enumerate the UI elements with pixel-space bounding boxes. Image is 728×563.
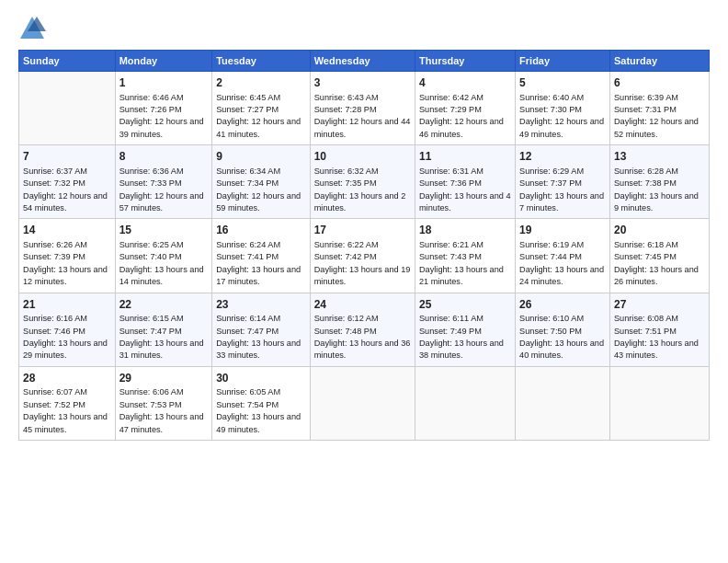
day-number: 18 (419, 223, 511, 238)
sunset-text: Sunset: 7:35 PM (314, 178, 377, 188)
sunrise-text: Sunrise: 6:16 AM (23, 314, 87, 323)
sunset-text: Sunset: 7:27 PM (216, 105, 279, 114)
day-header-tuesday: Tuesday (212, 51, 311, 72)
day-info: Sunrise: 6:14 AMSunset: 7:47 PMDaylight:… (216, 313, 306, 362)
sunset-text: Sunset: 7:28 PM (314, 105, 377, 114)
day-number: 23 (216, 297, 306, 313)
day-info: Sunrise: 6:22 AMSunset: 7:42 PMDaylight:… (314, 239, 411, 288)
sunrise-text: Sunrise: 6:28 AM (614, 167, 678, 176)
calendar-cell (516, 366, 610, 440)
sunrise-text: Sunrise: 6:06 AM (119, 387, 184, 396)
daylight-text: Daylight: 13 hours and 36 minutes. (314, 339, 411, 360)
sunrise-text: Sunrise: 6:21 AM (419, 240, 483, 249)
day-info: Sunrise: 6:16 AMSunset: 7:46 PMDaylight:… (23, 313, 111, 362)
calendar-cell (609, 366, 709, 440)
sunset-text: Sunset: 7:38 PM (614, 178, 677, 188)
logo-icon (18, 15, 46, 40)
day-info: Sunrise: 6:42 AMSunset: 7:29 PMDaylight:… (419, 92, 511, 141)
daylight-text: Daylight: 12 hours and 39 minutes. (119, 117, 204, 138)
header (18, 15, 710, 40)
day-info: Sunrise: 6:46 AMSunset: 7:26 PMDaylight:… (119, 92, 209, 141)
calendar-cell: 24Sunrise: 6:12 AMSunset: 7:48 PMDayligh… (310, 293, 415, 366)
day-info: Sunrise: 6:18 AMSunset: 7:45 PMDaylight:… (614, 239, 705, 288)
day-number: 16 (216, 223, 306, 238)
day-number: 5 (519, 75, 606, 91)
calendar-cell: 15Sunrise: 6:25 AMSunset: 7:40 PMDayligh… (115, 219, 212, 293)
sunrise-text: Sunrise: 6:45 AM (216, 93, 280, 102)
day-number: 14 (23, 223, 111, 238)
sunset-text: Sunset: 7:53 PM (119, 400, 182, 409)
sunset-text: Sunset: 7:50 PM (519, 327, 582, 336)
day-number: 10 (314, 149, 411, 165)
daylight-text: Daylight: 12 hours and 52 minutes. (614, 117, 699, 138)
daylight-text: Daylight: 13 hours and 9 minutes. (614, 191, 699, 213)
calendar-cell: 6Sunrise: 6:39 AMSunset: 7:31 PMDaylight… (609, 72, 709, 145)
sunset-text: Sunset: 7:41 PM (216, 252, 279, 261)
sunrise-text: Sunrise: 6:14 AM (216, 314, 280, 323)
calendar-cell: 29Sunrise: 6:06 AMSunset: 7:53 PMDayligh… (115, 366, 212, 440)
daylight-text: Daylight: 13 hours and 14 minutes. (119, 265, 204, 286)
header-row: SundayMondayTuesdayWednesdayThursdayFrid… (19, 51, 710, 72)
sunset-text: Sunset: 7:46 PM (23, 327, 85, 336)
day-info: Sunrise: 6:43 AMSunset: 7:28 PMDaylight:… (314, 92, 411, 141)
day-number: 6 (614, 75, 705, 91)
daylight-text: Daylight: 13 hours and 24 minutes. (519, 265, 604, 286)
day-info: Sunrise: 6:45 AMSunset: 7:27 PMDaylight:… (216, 92, 306, 141)
day-number: 26 (519, 297, 606, 313)
day-info: Sunrise: 6:29 AMSunset: 7:37 PMDaylight:… (519, 166, 606, 214)
daylight-text: Daylight: 13 hours and 17 minutes. (216, 265, 301, 286)
calendar-cell: 11Sunrise: 6:31 AMSunset: 7:36 PMDayligh… (415, 145, 515, 219)
day-number: 4 (419, 75, 511, 91)
day-info: Sunrise: 6:12 AMSunset: 7:48 PMDaylight:… (314, 313, 411, 362)
day-info: Sunrise: 6:05 AMSunset: 7:54 PMDaylight:… (216, 386, 306, 435)
daylight-text: Daylight: 12 hours and 59 minutes. (216, 191, 301, 213)
sunrise-text: Sunrise: 6:19 AM (519, 240, 584, 249)
day-info: Sunrise: 6:39 AMSunset: 7:31 PMDaylight:… (614, 92, 705, 141)
sunrise-text: Sunrise: 6:29 AM (519, 167, 584, 176)
calendar-cell: 13Sunrise: 6:28 AMSunset: 7:38 PMDayligh… (609, 145, 709, 219)
sunset-text: Sunset: 7:45 PM (614, 252, 677, 261)
daylight-text: Daylight: 12 hours and 44 minutes. (314, 117, 411, 138)
calendar-cell (415, 366, 515, 440)
sunset-text: Sunset: 7:32 PM (23, 178, 85, 188)
day-number: 30 (216, 371, 306, 386)
sunset-text: Sunset: 7:44 PM (519, 252, 582, 261)
sunset-text: Sunset: 7:47 PM (119, 327, 182, 336)
day-number: 11 (419, 149, 511, 165)
day-number: 29 (119, 371, 209, 386)
sunset-text: Sunset: 7:52 PM (23, 400, 85, 409)
sunrise-text: Sunrise: 6:34 AM (216, 167, 280, 176)
day-number: 12 (519, 149, 606, 165)
daylight-text: Daylight: 13 hours and 26 minutes. (614, 265, 699, 286)
sunrise-text: Sunrise: 6:36 AM (119, 167, 184, 176)
daylight-text: Daylight: 13 hours and 31 minutes. (119, 339, 204, 360)
day-number: 2 (216, 75, 306, 91)
sunrise-text: Sunrise: 6:26 AM (23, 240, 87, 249)
calendar-cell: 23Sunrise: 6:14 AMSunset: 7:47 PMDayligh… (212, 293, 311, 366)
daylight-text: Daylight: 12 hours and 41 minutes. (216, 117, 301, 138)
sunrise-text: Sunrise: 6:40 AM (519, 93, 584, 102)
week-row-2: 14Sunrise: 6:26 AMSunset: 7:39 PMDayligh… (19, 219, 710, 293)
daylight-text: Daylight: 13 hours and 49 minutes. (216, 412, 301, 433)
calendar-cell: 20Sunrise: 6:18 AMSunset: 7:45 PMDayligh… (609, 219, 709, 293)
day-info: Sunrise: 6:36 AMSunset: 7:33 PMDaylight:… (119, 166, 209, 214)
sunset-text: Sunset: 7:40 PM (119, 252, 182, 261)
week-row-1: 7Sunrise: 6:37 AMSunset: 7:32 PMDaylight… (19, 145, 710, 219)
logo (18, 15, 48, 40)
day-info: Sunrise: 6:11 AMSunset: 7:49 PMDaylight:… (419, 313, 511, 362)
sunrise-text: Sunrise: 6:15 AM (119, 314, 184, 323)
day-number: 28 (23, 371, 111, 386)
calendar-cell: 14Sunrise: 6:26 AMSunset: 7:39 PMDayligh… (19, 219, 116, 293)
page: SundayMondayTuesdayWednesdayThursdayFrid… (0, 0, 728, 563)
calendar-cell: 21Sunrise: 6:16 AMSunset: 7:46 PMDayligh… (19, 293, 116, 366)
sunrise-text: Sunrise: 6:11 AM (419, 314, 483, 323)
calendar-cell: 1Sunrise: 6:46 AMSunset: 7:26 PMDaylight… (115, 72, 212, 145)
day-info: Sunrise: 6:06 AMSunset: 7:53 PMDaylight:… (119, 386, 209, 435)
day-header-friday: Friday (516, 51, 610, 72)
sunset-text: Sunset: 7:51 PM (614, 327, 677, 336)
day-number: 25 (419, 297, 511, 313)
day-info: Sunrise: 6:07 AMSunset: 7:52 PMDaylight:… (23, 386, 111, 435)
sunset-text: Sunset: 7:29 PM (419, 105, 482, 114)
calendar-cell: 10Sunrise: 6:32 AMSunset: 7:35 PMDayligh… (310, 145, 415, 219)
week-row-0: 1Sunrise: 6:46 AMSunset: 7:26 PMDaylight… (19, 72, 710, 145)
